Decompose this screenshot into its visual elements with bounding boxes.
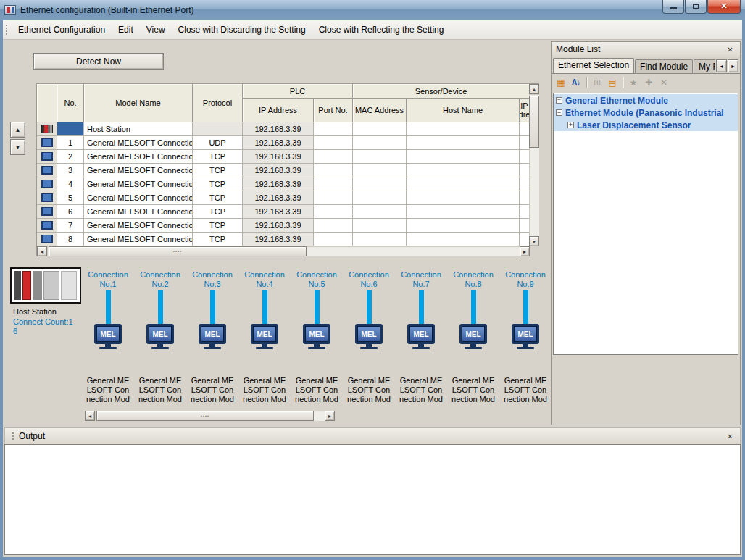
- scrollbar-track[interactable]: [529, 94, 539, 236]
- connection-node[interactable]: Connection No.1 MEL General ME LSOFT Con…: [82, 270, 134, 404]
- row-hostname-cell[interactable]: [407, 150, 520, 164]
- row-no-cell[interactable]: 4: [57, 177, 84, 191]
- row-ip2-cell[interactable]: [520, 136, 530, 150]
- category-display-icon[interactable]: ▦: [554, 76, 567, 88]
- row-ip2-cell[interactable]: [520, 191, 530, 205]
- connection-node[interactable]: Connection No.5 MEL General ME LSOFT Con…: [291, 270, 343, 404]
- tree-item-general-ethernet-module[interactable]: + General Ethernet Module: [554, 94, 738, 106]
- close-button[interactable]: ✕: [707, 0, 741, 14]
- scroll-right-button[interactable]: ►: [325, 411, 335, 421]
- host-row-model-cell[interactable]: Host Station: [84, 122, 193, 136]
- output-grip[interactable]: [12, 432, 15, 441]
- connection-node[interactable]: Connection No.4 MEL General ME LSOFT Con…: [238, 270, 291, 404]
- row-hostname-cell[interactable]: [407, 219, 520, 233]
- row-protocol-cell[interactable]: TCP: [193, 150, 243, 164]
- row-hostname-cell[interactable]: [407, 205, 520, 219]
- row-protocol-cell[interactable]: TCP: [193, 219, 243, 233]
- maximize-button[interactable]: [685, 0, 707, 14]
- scroll-left-button[interactable]: ◄: [37, 246, 47, 256]
- favorites-list-icon[interactable]: ▤: [606, 76, 619, 88]
- expand-icon[interactable]: +: [567, 122, 574, 128]
- table-vertical-scrollbar[interactable]: ▲ ▼: [529, 84, 539, 246]
- expand-icon[interactable]: +: [556, 97, 562, 104]
- collapse-icon[interactable]: −: [556, 109, 562, 116]
- add-favorite-icon[interactable]: ✚: [642, 76, 655, 88]
- row-protocol-cell[interactable]: TCP: [193, 205, 243, 219]
- scrollbar-thumb[interactable]: [529, 96, 539, 148]
- row-icon-cell[interactable]: [37, 136, 57, 150]
- connection-node[interactable]: Connection No.7 MEL General ME LSOFT Con…: [395, 270, 447, 404]
- row-no-cell[interactable]: 1: [57, 136, 84, 150]
- move-row-up-button[interactable]: ▲: [10, 122, 25, 138]
- row-hostname-cell[interactable]: [407, 136, 520, 150]
- row-mac-cell[interactable]: [353, 233, 407, 246]
- row-icon-cell[interactable]: [37, 219, 57, 233]
- row-model-cell[interactable]: General MELSOFT Connection: [84, 219, 193, 233]
- minimize-button[interactable]: [662, 0, 684, 14]
- module-list-tab[interactable]: Find Module: [635, 59, 693, 73]
- scroll-left-button[interactable]: ◄: [85, 411, 95, 421]
- row-icon-cell[interactable]: [37, 191, 57, 205]
- tab-scroll-left-button[interactable]: ◄: [716, 59, 727, 72]
- row-port-cell[interactable]: [314, 205, 353, 219]
- row-ip2-cell[interactable]: [520, 233, 530, 246]
- connection-node[interactable]: Connection No.8 MEL General ME LSOFT Con…: [447, 270, 499, 404]
- host-row-icon-cell[interactable]: [37, 122, 57, 136]
- scroll-right-button[interactable]: ►: [520, 246, 530, 256]
- menu-item[interactable]: Edit: [112, 21, 140, 38]
- tree-item-ethernet-module-panasonic[interactable]: − Ethernet Module (Panasonic Industrial: [554, 106, 738, 119]
- row-mac-cell[interactable]: [353, 205, 407, 219]
- output-close-icon[interactable]: ✕: [725, 431, 736, 442]
- menu-item[interactable]: Ethernet Configuration: [12, 21, 112, 38]
- favorite-star-icon[interactable]: ★: [627, 76, 640, 88]
- menu-item[interactable]: Close with Reflecting the Setting: [312, 21, 451, 38]
- row-icon-cell[interactable]: [37, 177, 57, 191]
- row-protocol-cell[interactable]: TCP: [193, 164, 243, 177]
- scroll-down-button[interactable]: ▼: [529, 236, 539, 246]
- row-ip-cell[interactable]: 192.168.3.39: [243, 205, 314, 219]
- row-hostname-cell[interactable]: [407, 191, 520, 205]
- row-hostname-cell[interactable]: [407, 177, 520, 191]
- host-row-hostname-cell[interactable]: [407, 122, 520, 136]
- row-no-cell[interactable]: 8: [57, 233, 84, 246]
- row-no-cell[interactable]: 5: [57, 191, 84, 205]
- row-ip-cell[interactable]: 192.168.3.39: [243, 177, 314, 191]
- delete-favorite-icon[interactable]: ✕: [657, 76, 670, 88]
- row-port-cell[interactable]: [314, 177, 353, 191]
- row-protocol-cell[interactable]: UDP: [193, 136, 243, 150]
- row-no-cell[interactable]: 7: [57, 219, 84, 233]
- row-ip2-cell[interactable]: [520, 164, 530, 177]
- row-model-cell[interactable]: General MELSOFT Connection: [84, 177, 193, 191]
- tab-scroll-right-button[interactable]: ►: [728, 59, 738, 72]
- row-ip2-cell[interactable]: [520, 150, 530, 164]
- row-port-cell[interactable]: [314, 233, 353, 246]
- scrollbar-thumb[interactable]: ••••: [96, 411, 314, 421]
- row-ip-cell[interactable]: 192.168.3.39: [243, 233, 314, 246]
- row-protocol-cell[interactable]: TCP: [193, 233, 243, 246]
- row-protocol-cell[interactable]: TCP: [193, 177, 243, 191]
- row-port-cell[interactable]: [314, 136, 353, 150]
- row-mac-cell[interactable]: [353, 164, 407, 177]
- row-icon-cell[interactable]: [37, 205, 57, 219]
- tree-view-icon[interactable]: ⊞: [591, 76, 604, 88]
- output-content[interactable]: [4, 444, 741, 555]
- row-ip-cell[interactable]: 192.168.3.39: [243, 150, 314, 164]
- row-no-cell[interactable]: 6: [57, 205, 84, 219]
- row-port-cell[interactable]: [314, 219, 353, 233]
- module-list-close-icon[interactable]: ✕: [725, 44, 736, 55]
- row-ip2-cell[interactable]: [520, 177, 530, 191]
- connection-node[interactable]: Connection No.2 MEL General ME LSOFT Con…: [134, 270, 186, 404]
- row-no-cell[interactable]: 3: [57, 164, 84, 177]
- row-port-cell[interactable]: [314, 150, 353, 164]
- row-ip2-cell[interactable]: [520, 219, 530, 233]
- menu-item[interactable]: View: [140, 21, 172, 38]
- row-model-cell[interactable]: General MELSOFT Connection: [84, 164, 193, 177]
- menu-grip[interactable]: [5, 24, 9, 36]
- row-hostname-cell[interactable]: [407, 233, 520, 246]
- row-mac-cell[interactable]: [353, 219, 407, 233]
- connection-node[interactable]: Connection No.9 MEL General ME LSOFT Con…: [499, 270, 548, 404]
- row-mac-cell[interactable]: [353, 136, 407, 150]
- row-icon-cell[interactable]: [37, 164, 57, 177]
- move-row-down-button[interactable]: ▼: [10, 139, 25, 155]
- row-icon-cell[interactable]: [37, 150, 57, 164]
